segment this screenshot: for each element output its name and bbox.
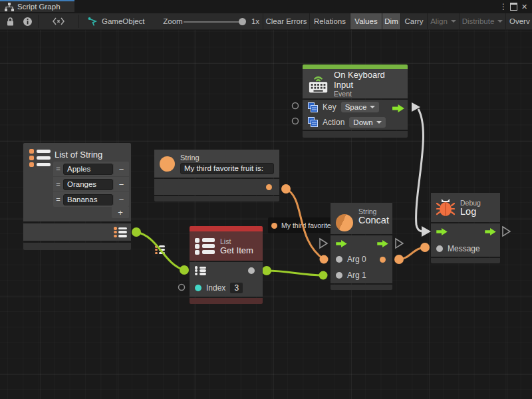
port-list-output[interactable] [132, 227, 141, 237]
message-input-port[interactable] [436, 245, 443, 252]
message-label: Message [448, 244, 480, 253]
wire-string-to-concat[interactable] [286, 189, 324, 259]
port-concat-result-output[interactable] [394, 255, 404, 264]
code-view-button[interactable] [39, 13, 78, 29]
zoom-slider-knob[interactable] [239, 18, 246, 25]
control-output-port[interactable] [392, 103, 404, 115]
port-getitem-index-input[interactable] [179, 285, 185, 291]
remove-item-button[interactable]: − [113, 180, 129, 190]
port-getitem-item-output[interactable] [262, 266, 271, 275]
control-input-port[interactable] [436, 228, 448, 235]
window-menu-icon[interactable]: ⋮ [499, 1, 507, 12]
key-value: Space [345, 103, 367, 111]
overview-button[interactable]: Overv [505, 13, 532, 29]
arg0-input-port[interactable] [336, 256, 342, 263]
list-item-row: = Apples − [53, 162, 129, 177]
drag-handle-icon[interactable]: = [53, 165, 63, 173]
message-row: Message [431, 240, 500, 257]
event-accent-strip [303, 65, 408, 69]
action-value: Down [353, 118, 372, 126]
wire-keyboard-to-log[interactable] [416, 109, 424, 231]
gameobject-reference[interactable]: GameObject [88, 13, 154, 29]
port-getitem-list-input[interactable] [180, 265, 189, 275]
carry-toggle[interactable]: Carry [400, 13, 427, 29]
graph-canvas[interactable]: My third favorite fr... [0, 30, 532, 399]
keycode-icon [308, 102, 318, 112]
list-input-icon[interactable] [195, 266, 206, 275]
node-concat[interactable]: String Concat Arg 0 Arg 1 [331, 203, 392, 290]
align-label: Align [430, 17, 448, 25]
list-item-input[interactable]: Oranges [63, 179, 113, 190]
node-on-keyboard-input[interactable]: On Keyboard Input Event Key Space [303, 65, 408, 138]
item-output-port[interactable] [248, 267, 255, 274]
window-close-icon[interactable]: ✕ [521, 1, 527, 12]
window-maximize-icon[interactable] [510, 1, 517, 12]
relations-button[interactable]: Relations [309, 13, 350, 29]
drag-handle-icon[interactable]: = [53, 196, 63, 203]
key-label: Key [323, 102, 336, 112]
port-concat-arg1-input[interactable] [319, 271, 328, 280]
port-keyboard-key-input[interactable] [293, 103, 299, 109]
control-output-port[interactable] [377, 240, 388, 247]
node-list-of-string[interactable]: List of String = Apples − = Oranges − = [23, 143, 131, 250]
control-output-port[interactable] [485, 228, 496, 235]
clear-errors-button[interactable]: Clear Errors [263, 13, 309, 29]
node-debug-log[interactable]: Debug Log Message [431, 193, 500, 263]
index-input[interactable]: 3 [230, 283, 243, 293]
dim-toggle[interactable]: Dim [382, 13, 400, 29]
remove-item-button[interactable]: − [113, 195, 129, 205]
add-item-button[interactable]: + [112, 207, 129, 218]
port-log-message-input[interactable] [420, 243, 430, 252]
remove-item-button[interactable]: − [113, 164, 129, 174]
node-title: Log [460, 207, 481, 217]
control-input-port[interactable] [336, 240, 347, 247]
keyboard-icon [308, 73, 329, 94]
string-type-icon [160, 156, 175, 172]
arg1-input-port[interactable] [336, 272, 342, 279]
index-input-port[interactable] [195, 285, 201, 291]
port-keyboard-action-input[interactable] [293, 118, 299, 124]
info-button[interactable] [19, 13, 36, 29]
node-header: List of String = Apples − = Oranges − = [23, 143, 131, 221]
values-toggle[interactable]: Values [350, 13, 382, 29]
action-row: Action Down [303, 115, 408, 130]
key-dropdown[interactable]: Space [341, 102, 380, 112]
string-value-input[interactable]: My third favorite fruit is: [180, 163, 274, 174]
port-concat-control-out[interactable] [396, 239, 403, 248]
list-output-icon[interactable] [114, 227, 127, 237]
maximize-box [510, 3, 517, 11]
press-state-icon [308, 117, 318, 127]
wire-list-to-getitem[interactable] [136, 232, 184, 270]
node-body: Index 3 [190, 262, 263, 297]
string-output-port[interactable] [266, 184, 272, 190]
align-dropdown[interactable]: Align [427, 13, 459, 29]
drag-handle-icon[interactable]: = [53, 180, 63, 188]
list-item-input[interactable]: Apples [63, 164, 113, 175]
node-string-literal[interactable]: String My third favorite fruit is: [154, 150, 279, 201]
list-icon [195, 238, 215, 255]
chevron-down-icon [497, 20, 503, 23]
gameobject-label: GameObject [102, 17, 145, 25]
graph-icon [5, 3, 14, 11]
node-footer [431, 258, 500, 263]
tab-script-graph[interactable]: Script Graph [0, 0, 74, 12]
port-concat-control-in[interactable] [320, 239, 327, 248]
graph-toolbar: GameObject Zoom 1x Clear Errors Relation… [0, 13, 532, 30]
list-item-input[interactable]: Bananas [63, 194, 113, 205]
zoom-value: 1x [249, 13, 262, 29]
result-output-port[interactable] [380, 257, 386, 263]
zoom-slider-track[interactable] [184, 21, 245, 23]
node-get-item[interactable]: List Get Item Index 3 [190, 226, 263, 304]
lock-button[interactable] [1, 13, 19, 29]
node-title: Concat [358, 215, 389, 225]
port-concat-arg0-input[interactable] [320, 255, 329, 264]
control-in-arrow-log[interactable] [422, 226, 431, 237]
node-header: List Get Item [190, 231, 263, 261]
wire-getitem-to-concat[interactable] [267, 271, 323, 275]
port-log-control-out[interactable] [503, 227, 510, 236]
distribute-dropdown[interactable]: Distribute [459, 13, 505, 29]
node-title: Get Item [220, 245, 253, 255]
concat-type-icon [336, 214, 353, 231]
port-string-output[interactable] [281, 184, 291, 194]
action-dropdown[interactable]: Down [349, 117, 385, 128]
